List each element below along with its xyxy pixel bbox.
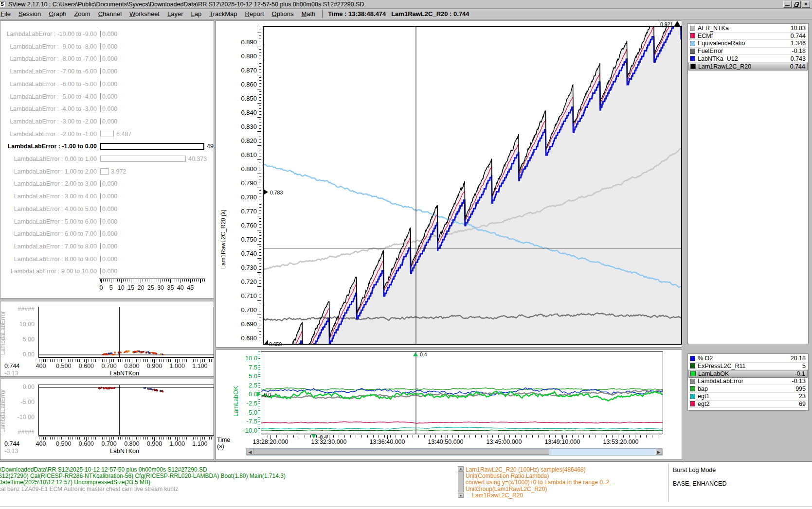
scatter-bottom-panel[interactable]: LambdaLabError0.00-5.00-10.00#####4000.5… bbox=[0, 379, 214, 460]
scroll-up-icon[interactable]: ▲ bbox=[458, 466, 464, 471]
histogram-row[interactable]: LambdaLabError : -7.00 to -6.000.000 bbox=[0, 68, 214, 75]
histogram-row[interactable]: LambdaLabError : 6.00 to 7.000.000 bbox=[0, 230, 214, 238]
histogram-row[interactable]: LambdaLabError : 8.00 to 9.000.000 bbox=[0, 256, 214, 263]
channel-row-labntka-u12[interactable]: LabNTKa_U120.743 bbox=[688, 55, 808, 63]
histogram-panel[interactable]: LambdaLabError : -10.00 to -9.000.000Lam… bbox=[0, 20, 214, 298]
cursor-x-readout: 0.744 bbox=[4, 440, 19, 447]
menu-item-file[interactable]: File bbox=[0, 9, 15, 18]
channel-row-expressl2c-r11[interactable]: ExPressL2C_R115 bbox=[688, 363, 808, 370]
title-bar[interactable]: S SView 2.17.10 : C:\Users\Public\Docume… bbox=[0, 0, 812, 9]
tick-label: 0.700 bbox=[216, 306, 257, 314]
channel-row-lamlabok[interactable]: LamLabOK-0.1 bbox=[688, 370, 808, 378]
histogram-bar bbox=[100, 93, 101, 100]
time-strip-panel[interactable]: LamLabOK10.07.55.02.50.0-2.5-5.0-7.5-10.… bbox=[216, 350, 682, 460]
channel-name: egt2 bbox=[698, 401, 799, 407]
status-line: S12(27290) Cal(RICESP-RR286-NTKcalibrati… bbox=[0, 473, 286, 479]
histogram-row[interactable]: LambdaLabError : 2.00 to 3.000.000 bbox=[0, 180, 214, 188]
menu-item-zoom[interactable]: Zoom bbox=[70, 9, 94, 18]
histogram-range-label: LambdaLabError : 7.00 to 8.00 bbox=[14, 243, 97, 250]
tick-label: 5.0 bbox=[238, 372, 257, 380]
scroll-thumb[interactable] bbox=[458, 471, 464, 492]
histogram-row[interactable]: LambdaLabError : -6.00 to -5.000.000 bbox=[0, 81, 214, 88]
histogram-row[interactable]: LambdaLabError : 3.00 to 4.000.000 bbox=[0, 193, 214, 200]
channel-info-line: UnitGroup(Lam1RawL2C_R20) bbox=[466, 486, 547, 492]
cursor-y-readout: -0.13 bbox=[4, 448, 18, 455]
histogram-value: 0.000 bbox=[102, 105, 117, 112]
channel-color-swatch bbox=[690, 394, 695, 399]
channel-row-ecmf[interactable]: ECMf0.744 bbox=[688, 33, 808, 40]
scatter-x-ruler bbox=[38, 437, 213, 440]
scrollbar-thumb[interactable] bbox=[253, 449, 549, 455]
histogram-row[interactable]: LambdaLabError : -4.00 to -3.000.000 bbox=[0, 105, 214, 113]
histogram-bar bbox=[100, 243, 101, 249]
scroll-left-icon[interactable]: ◀ bbox=[247, 449, 253, 455]
channel-info-line: Lam1RawL2C_R20 (100Hz) samples(486468) bbox=[466, 466, 586, 473]
channel-row-equivalenceratio[interactable]: EquivalenceRatio1.346 bbox=[688, 40, 808, 48]
histogram-row[interactable]: LambdaLabError : -8.00 to -7.000.000 bbox=[0, 55, 214, 63]
histogram-row[interactable]: LambdaLabError : -10.00 to -9.000.000 bbox=[0, 31, 214, 38]
scatter-plot-area[interactable] bbox=[38, 307, 214, 358]
tick-label: 0.800 bbox=[124, 440, 139, 447]
tick-label: 40 bbox=[177, 284, 184, 291]
log-mode-value: BASE, ENHANCED bbox=[673, 480, 726, 487]
histogram-bar bbox=[100, 43, 101, 50]
channel-row-bap[interactable]: bap995 bbox=[688, 385, 808, 393]
menu-item-graph[interactable]: Graph bbox=[45, 9, 70, 18]
channel-value: 20.18 bbox=[791, 355, 806, 362]
scroll-down-icon[interactable]: ▼ bbox=[458, 493, 464, 498]
menu-item-layer[interactable]: Layer bbox=[163, 9, 187, 18]
tick-label: -7.5 bbox=[238, 418, 257, 425]
histogram-row[interactable]: LambdaLabError : 0.00 to 1.0040.373 bbox=[0, 156, 214, 163]
channel-row-egt2[interactable]: egt269 bbox=[688, 401, 808, 408]
main-chart-panel[interactable]: Lam1RawL2C_R20 (λ)0.8900.8800.8700.8600.… bbox=[216, 20, 682, 348]
restore-button[interactable] bbox=[793, 1, 801, 8]
histogram-row[interactable]: LambdaLabError : 9.00 to 10.000.000 bbox=[0, 268, 214, 275]
histogram-x-ruler bbox=[99, 279, 205, 282]
histogram-row[interactable]: LambdaLabError : 7.00 to 8.000.000 bbox=[0, 243, 214, 250]
channel-row-lam1rawl2c-r20[interactable]: Lam1RawL2C_R200.744 bbox=[688, 63, 808, 70]
tick-label: 7.5 bbox=[238, 364, 257, 371]
channel-row--o2[interactable]: % O220.18 bbox=[688, 355, 808, 363]
menu-item-channel[interactable]: Channel bbox=[94, 9, 126, 18]
menu-item-options[interactable]: Options bbox=[268, 9, 298, 18]
histogram-row[interactable]: LambdaLabError : -2.00 to -1.006.487 bbox=[0, 131, 214, 138]
channel-row-afr-ntka[interactable]: AFR_NTKa10.83 bbox=[688, 25, 808, 33]
channel-row-fuelerror[interactable]: FuelError-0.18 bbox=[688, 48, 808, 55]
tick-label: -10.0 bbox=[238, 427, 257, 434]
histogram-row[interactable]: LambdaLabError : -1.00 to 0.0049.168 bbox=[0, 143, 214, 150]
histogram-row[interactable]: LambdaLabError : 5.00 to 6.000.000 bbox=[0, 218, 214, 226]
time-plot-area[interactable] bbox=[261, 351, 663, 434]
menu-item-trackmap[interactable]: TrackMap bbox=[205, 9, 241, 18]
close-button[interactable]: × bbox=[802, 1, 810, 8]
channel-row-egt1[interactable]: egt123 bbox=[688, 393, 808, 401]
menu-item-report[interactable]: Report bbox=[241, 9, 268, 18]
menu-item-lap[interactable]: Lap bbox=[187, 9, 206, 18]
menu-item-worksheet[interactable]: Worksheet bbox=[126, 9, 163, 18]
tick-label: -10.00 bbox=[6, 414, 35, 421]
tick-label: 45 bbox=[187, 284, 194, 291]
channel-row-lambdalaberror[interactable]: LambdaLabError-0.13 bbox=[688, 378, 808, 386]
scroll-right-icon[interactable]: ▶ bbox=[655, 449, 662, 455]
histogram-row[interactable]: LambdaLabError : 1.00 to 2.003.972 bbox=[0, 168, 214, 176]
time-tick-label: 13:32:30.000 bbox=[311, 439, 347, 445]
histogram-row[interactable]: LambdaLabError : -5.00 to -4.000.000 bbox=[0, 93, 214, 101]
histogram-range-label: LambdaLabError : 2.00 to 3.00 bbox=[14, 180, 97, 187]
main-plot-area[interactable] bbox=[263, 26, 682, 345]
histogram-row[interactable]: LambdaLabError : -3.00 to -2.000.000 bbox=[0, 118, 214, 125]
histogram-bar bbox=[100, 68, 101, 74]
tick-label: 0.730 bbox=[216, 264, 257, 271]
histogram-row[interactable]: LambdaLabError : -9.00 to -8.000.000 bbox=[0, 43, 214, 51]
histogram-row[interactable]: LambdaLabError : 4.00 to 5.000.000 bbox=[0, 206, 214, 213]
channel-color-swatch bbox=[690, 356, 695, 361]
scatter-plot-area[interactable] bbox=[38, 385, 214, 436]
menu-item-session[interactable]: Session bbox=[15, 9, 45, 18]
time-scrollbar[interactable]: ◀▶ bbox=[246, 448, 663, 456]
tick-label: 25 bbox=[147, 284, 154, 291]
menu-item-math[interactable]: Math bbox=[297, 9, 319, 18]
tick-label: ##### bbox=[6, 429, 35, 436]
channel-name: Lam1RawL2C_R20 bbox=[698, 63, 790, 70]
scatter-top-panel[interactable]: LambdaLabError#####10.005.000.004000.500… bbox=[0, 301, 214, 377]
histogram-value: 3.972 bbox=[111, 168, 126, 175]
minimize-button[interactable] bbox=[783, 1, 792, 8]
histogram-range-label: LambdaLabError : -1.00 to 0.00 bbox=[8, 143, 97, 150]
